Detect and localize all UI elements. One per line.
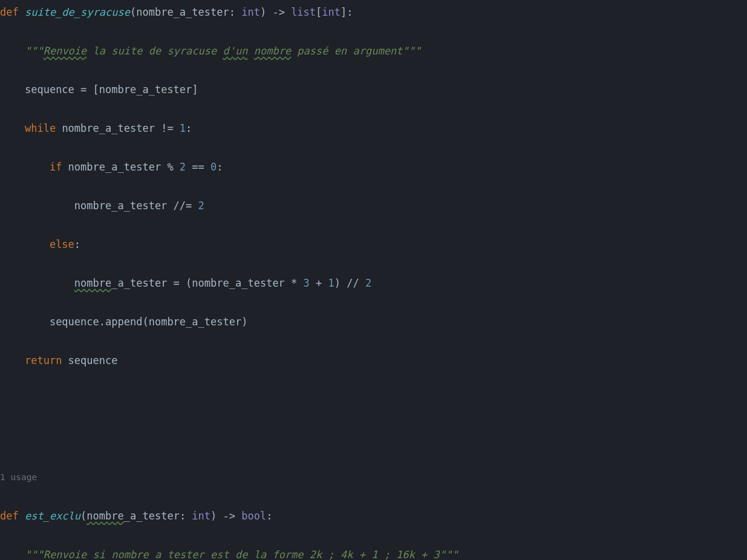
line: return sequence xyxy=(0,351,747,370)
line: else: xyxy=(0,235,747,254)
blank-line xyxy=(0,389,747,409)
line: """Renvoie si nombre_a_tester est de la … xyxy=(0,545,747,560)
usage-hint[interactable]: 1 usage xyxy=(0,467,747,487)
code-editor[interactable]: def suite_de_syracuse(nombre_a_tester: i… xyxy=(0,2,747,560)
line: """Renvoie la suite de syracuse d'un nom… xyxy=(0,41,747,60)
line: sequence.append(nombre_a_tester) xyxy=(0,312,747,331)
line: if nombre_a_tester % 2 == 0: xyxy=(0,157,747,177)
line: def suite_de_syracuse(nombre_a_tester: i… xyxy=(0,2,747,22)
line: nombre_a_tester //= 2 xyxy=(0,196,747,215)
line: nombre_a_tester = (nombre_a_tester * 3 +… xyxy=(0,273,747,293)
line: while nombre_a_tester != 1: xyxy=(0,119,747,138)
blank-line xyxy=(0,428,747,448)
line: def est_exclu(nombre_a_tester: int) -> b… xyxy=(0,506,747,526)
line: sequence = [nombre_a_tester] xyxy=(0,80,747,99)
